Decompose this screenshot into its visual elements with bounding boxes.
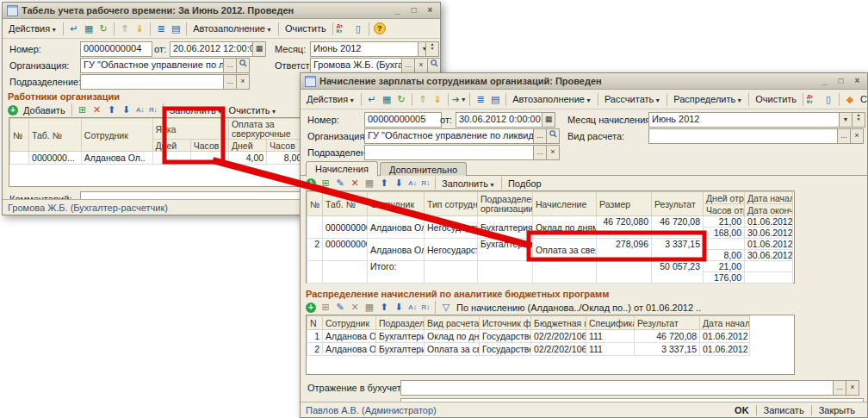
edit-row-icon[interactable]: ✎ [333, 301, 347, 314]
tab-accruals[interactable]: Начисления [306, 161, 378, 177]
post-document-icon[interactable]: ↵ [365, 93, 379, 106]
copy-rows-out-icon[interactable]: ⇓ [133, 22, 146, 35]
calc-kind-input[interactable] [648, 128, 840, 144]
dept-clear-icon[interactable]: × [546, 145, 560, 160]
add-row-button[interactable]: Добавить [21, 105, 68, 115]
table-row[interactable]: 1 0000000003 Алданова Ольга Николаевна Н… [307, 216, 793, 228]
actions-menu[interactable]: Действия▼ [6, 23, 59, 34]
calc-kind-clear-icon[interactable]: × [850, 128, 864, 144]
delete-row-icon[interactable]: ✕ [348, 177, 362, 190]
org-magnifier-icon[interactable] [236, 58, 250, 73]
number-input[interactable]: 00000000004 [80, 41, 152, 57]
reread-icon[interactable]: ↻ [394, 93, 408, 106]
clear-button[interactable]: Очистить [282, 23, 329, 34]
journal-icon[interactable]: ▯ [822, 93, 835, 106]
post-values-icon[interactable]: ▦ [380, 93, 394, 106]
post-values-icon[interactable]: ▦ [82, 22, 96, 35]
autofill-menu[interactable]: Автозаполнение▼ [510, 94, 594, 104]
org-input[interactable]: ГУ "Областное управление по ликв [80, 58, 225, 73]
maximize-icon[interactable]: □ [408, 3, 419, 17]
resp-input[interactable]: Громова Ж.Б. (Бухгалтер-расчетч [310, 58, 405, 73]
move-down-icon[interactable]: ⬇ [120, 103, 133, 116]
dtkt-icon[interactable]: ДтКт [807, 93, 821, 106]
month-input[interactable]: Июнь 2012 [310, 41, 420, 57]
list-settings-icon[interactable]: ≣ [154, 22, 168, 35]
calculate-menu[interactable]: Рассчитать▼ [602, 94, 663, 104]
dept-input[interactable] [364, 145, 535, 160]
overtime-days-cell[interactable]: 4,00 [228, 152, 266, 165]
sort-asc-icon[interactable]: А↓ [406, 177, 418, 190]
org-select-button[interactable]: ... [533, 128, 547, 144]
move-down-icon[interactable]: ⬇ [392, 177, 406, 190]
dept-select-button[interactable]: ... [533, 145, 547, 160]
tips-button[interactable]: Советы [858, 94, 868, 104]
resp-magnifier-icon[interactable] [427, 58, 441, 73]
resp-select-button[interactable]: ... [401, 58, 415, 73]
add-row-icon[interactable]: + [304, 301, 318, 314]
payroll-titlebar[interactable]: Начисление зарплаты сотрудникам организа… [301, 73, 867, 90]
resp-clear-icon[interactable]: × [414, 58, 428, 73]
post-document-icon[interactable]: ↵ [67, 22, 81, 35]
minimize-icon[interactable]: _ [819, 74, 830, 88]
close-icon[interactable]: × [852, 74, 863, 88]
month-input[interactable]: Июнь 2012 [648, 112, 841, 128]
org-select-button[interactable]: ... [223, 58, 237, 73]
save-icon[interactable]: ▦ [363, 301, 376, 314]
fill-menu[interactable]: Заполнить▼ [167, 105, 226, 115]
timesheet-titlebar[interactable]: Табель учета рабочего времени: За Июнь 2… [3, 3, 440, 19]
number-input[interactable]: 00000000005 [364, 112, 442, 128]
save-icon[interactable]: ▦ [363, 177, 376, 190]
reflection-clear-icon[interactable]: × [846, 380, 859, 396]
org-input[interactable]: ГУ "Областное управление по ликвидации Ч… [364, 128, 535, 144]
sort-asc-icon[interactable]: А↓ [134, 103, 146, 116]
clear-menu[interactable]: Очистить▼ [226, 105, 280, 115]
move-up-icon[interactable]: ⬆ [377, 301, 391, 314]
sort-desc-icon[interactable]: Я↓ [419, 301, 431, 314]
add-copy-icon[interactable]: ⊞ [319, 301, 332, 314]
structure-icon[interactable]: ▤ [169, 22, 183, 35]
add-row-icon[interactable]: + [6, 103, 20, 116]
table-row[interactable]: 2 0000000003 Алданова Ольга Николаевна Н… [307, 239, 793, 250]
copy-rows-in-icon[interactable]: ⇑ [118, 22, 132, 35]
dept-clear-icon[interactable]: × [236, 74, 250, 90]
dept-select-button[interactable]: ... [223, 74, 237, 90]
org-magnifier-icon[interactable] [546, 128, 560, 144]
journal-icon[interactable]: ▯ [351, 22, 365, 35]
edit-row-icon[interactable]: ✎ [333, 177, 347, 190]
calendar-icon[interactable]: ▦ [252, 41, 266, 57]
month-spin-icon[interactable]: ▲▼ [852, 112, 865, 128]
fill-menu[interactable]: Заполнить▼ [439, 178, 498, 189]
add-row-icon[interactable]: + [304, 177, 318, 190]
clear-button[interactable]: Очистить [753, 94, 799, 104]
overtime-accrual-cell[interactable]: Оплата за сверхурочные [533, 239, 597, 261]
sort-asc-icon[interactable]: А↓ [406, 301, 418, 314]
copy-rows-out-icon[interactable]: ⇓ [431, 93, 444, 106]
list-settings-icon[interactable]: ≣ [474, 93, 487, 106]
reflection-input[interactable] [400, 380, 834, 396]
dtkt-icon[interactable]: ДтКт [337, 22, 350, 35]
copy-rows-in-icon[interactable]: ⇑ [416, 93, 430, 106]
close-icon[interactable]: × [425, 3, 436, 17]
date-input[interactable]: 30.06.2012 0:00:00 [456, 112, 545, 128]
pick-button[interactable]: Подбор [505, 178, 544, 189]
tab-additional[interactable]: Дополнительно [380, 162, 467, 176]
advice-icon[interactable]: ◆ [843, 93, 857, 106]
move-up-icon[interactable]: ⬆ [105, 103, 119, 116]
help-icon[interactable]: ? [373, 22, 387, 35]
month-spin-icon[interactable]: ▲▼ [425, 41, 439, 57]
sort-desc-icon[interactable]: Я↓ [419, 177, 431, 190]
go-to-icon[interactable]: ➔▼ [452, 93, 466, 106]
filter-icon[interactable]: ▽ [439, 301, 453, 314]
ok-button[interactable]: OK [728, 405, 756, 415]
minimize-icon[interactable]: _ [392, 3, 403, 17]
month-dropdown-icon[interactable]: ▼ [839, 112, 852, 128]
move-down-icon[interactable]: ⬇ [392, 301, 406, 314]
add-copy-icon[interactable]: ⊞ [76, 103, 90, 116]
add-copy-icon[interactable]: ⊞ [319, 177, 332, 190]
delete-row-icon[interactable]: ✕ [348, 301, 362, 314]
move-up-icon[interactable]: ⬆ [377, 177, 391, 190]
table-row[interactable]: 1 Алданова Ольга ... Бухгалтерия Оклад п… [307, 330, 750, 343]
calc-kind-select-button[interactable]: ... [837, 128, 851, 144]
date-input[interactable]: 20.06.2012 12:00:00 [170, 41, 256, 57]
delete-row-icon[interactable]: ✕ [90, 103, 104, 116]
